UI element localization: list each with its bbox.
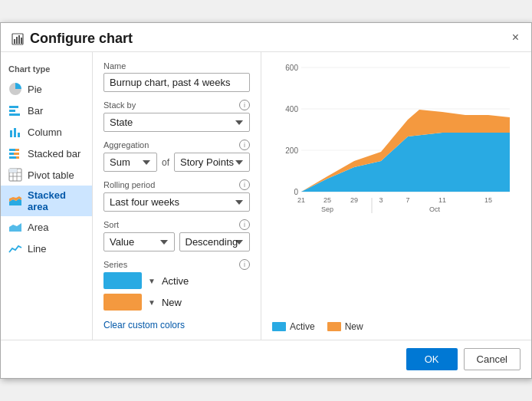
chart-type-bar[interactable]: Bar [1, 100, 92, 121]
sort-field-select[interactable]: Value [103, 232, 175, 251]
svg-rect-4 [21, 38, 22, 44]
name-input[interactable] [103, 73, 250, 92]
sort-order-select[interactable]: Descending [179, 232, 251, 251]
stack-by-label: Stack by i [103, 100, 250, 110]
dialog-body: Chart type Pie Bar [1, 52, 531, 340]
bar-icon [8, 104, 22, 117]
chart-type-column[interactable]: Column [1, 121, 92, 143]
series-new-name: New [162, 297, 182, 308]
stacked-area-icon [8, 194, 22, 208]
column-label: Column [28, 127, 62, 138]
svg-rect-1 [14, 39, 15, 44]
series-new-color-box[interactable] [103, 294, 142, 311]
svg-rect-11 [9, 149, 15, 151]
sort-row: Value Descending [103, 232, 250, 251]
series-active-name: Active [162, 275, 189, 287]
ok-button[interactable]: OK [406, 348, 458, 370]
chart-canvas: 600 400 200 0 21 25 29 [272, 60, 521, 315]
configure-chart-dialog: Configure chart × Chart type Pie Bar [0, 22, 532, 379]
svg-rect-13 [9, 153, 14, 155]
legend-active-color [272, 322, 286, 331]
sort-info-icon[interactable]: i [239, 219, 250, 230]
name-label: Name [103, 61, 250, 71]
svg-rect-16 [16, 156, 19, 159]
series-info-icon[interactable]: i [239, 259, 250, 270]
svg-text:3: 3 [379, 196, 383, 204]
aggregation-func-select[interactable]: Sum [103, 153, 157, 172]
chart-type-stacked-bar[interactable]: Stacked bar [1, 143, 92, 164]
aggregation-info-icon[interactable]: i [239, 140, 250, 150]
pivot-icon [8, 168, 22, 182]
area-icon [8, 220, 22, 234]
chart-type-panel: Chart type Pie Bar [1, 52, 93, 340]
chart-type-pivot[interactable]: Pivot table [1, 164, 92, 186]
svg-rect-9 [14, 128, 16, 137]
svg-text:15: 15 [484, 196, 492, 204]
series-active-color-box[interactable] [103, 272, 142, 289]
stack-by-info-icon[interactable]: i [239, 100, 250, 110]
rolling-period-field-group: Rolling period i Last four weeks [103, 179, 250, 212]
svg-text:400: 400 [285, 105, 298, 113]
legend-new: New [327, 321, 363, 332]
svg-text:0: 0 [294, 188, 298, 196]
name-field-group: Name [103, 61, 250, 92]
svg-text:25: 25 [323, 196, 331, 204]
chart-active-area [301, 133, 510, 192]
svg-text:Oct: Oct [429, 205, 441, 213]
legend-new-label: New [345, 321, 363, 332]
svg-rect-6 [9, 110, 15, 112]
close-button[interactable]: × [507, 29, 524, 46]
line-label: Line [28, 243, 47, 255]
svg-rect-7 [9, 113, 20, 116]
series-active-chevron[interactable]: ▼ [148, 277, 156, 285]
chart-type-area[interactable]: Area [1, 216, 92, 238]
bar-label: Bar [28, 105, 43, 117]
svg-rect-8 [10, 130, 12, 137]
chart-area: 600 400 200 0 21 25 29 [261, 52, 531, 340]
cancel-button[interactable]: Cancel [464, 348, 521, 370]
svg-rect-22 [9, 169, 13, 173]
svg-rect-10 [18, 133, 20, 137]
svg-rect-3 [18, 35, 20, 44]
rolling-period-select[interactable]: Last four weeks [103, 192, 250, 212]
legend-new-color [327, 322, 341, 331]
dialog-footer: OK Cancel [1, 340, 531, 378]
chart-type-pie[interactable]: Pie [1, 78, 92, 100]
area-label: Area [28, 222, 48, 233]
line-icon [8, 242, 22, 255]
rolling-period-label: Rolling period i [103, 179, 250, 190]
aggregation-row: Sum of Story Points [103, 153, 250, 172]
sort-field-group: Sort i Value Descending [103, 219, 250, 251]
chart-legend: Active New [272, 321, 521, 332]
svg-rect-12 [15, 149, 19, 151]
legend-active: Active [272, 321, 315, 332]
series-item-new: ▼ New [103, 294, 250, 311]
stack-by-select[interactable]: State [103, 113, 250, 132]
sort-label: Sort i [103, 219, 250, 230]
clear-custom-colors-link[interactable]: Clear custom colors [103, 320, 185, 330]
dialog-header: Configure chart × [1, 23, 531, 52]
svg-text:7: 7 [406, 196, 409, 204]
aggregation-field-group: Aggregation i Sum of Story Points [103, 140, 250, 172]
pie-icon [8, 82, 22, 96]
chart-type-stacked-area[interactable]: Stacked area [1, 186, 92, 216]
aggregation-field-select[interactable]: Story Points [174, 153, 250, 172]
svg-rect-2 [16, 37, 18, 44]
series-item-active: ▼ Active [103, 272, 250, 289]
svg-text:29: 29 [350, 196, 358, 204]
svg-text:Sep: Sep [321, 205, 333, 213]
chart-icon [11, 33, 24, 45]
pie-label: Pie [28, 84, 42, 95]
series-new-chevron[interactable]: ▼ [148, 298, 156, 307]
aggregation-of: of [162, 157, 169, 168]
stacked-area-label: Stacked area [28, 189, 84, 212]
rolling-period-info-icon[interactable]: i [239, 179, 250, 190]
chart-type-line[interactable]: Line [1, 238, 92, 259]
svg-text:11: 11 [438, 196, 446, 204]
stacked-bar-icon [8, 146, 22, 160]
chart-svg: 600 400 200 0 21 25 29 [272, 60, 521, 228]
svg-rect-5 [9, 106, 18, 108]
svg-rect-14 [14, 153, 19, 155]
aggregation-label: Aggregation i [103, 140, 250, 150]
column-icon [8, 125, 22, 139]
